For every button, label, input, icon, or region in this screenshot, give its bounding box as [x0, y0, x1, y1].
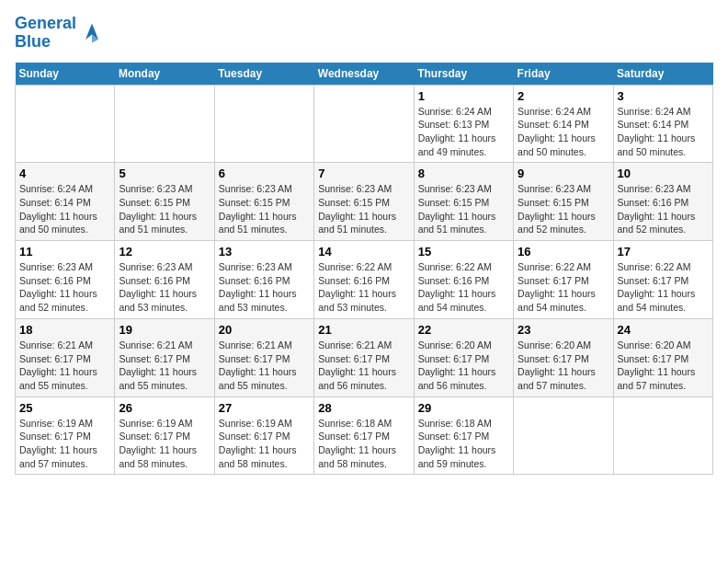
day-info: Sunrise: 6:20 AMSunset: 6:17 PMDaylight:… — [418, 339, 509, 393]
day-info: Sunrise: 6:20 AMSunset: 6:17 PMDaylight:… — [618, 339, 709, 393]
day-info: Sunrise: 6:23 AMSunset: 6:15 PMDaylight:… — [518, 182, 609, 236]
column-header-wednesday: Wednesday — [314, 63, 414, 86]
calendar-cell: 17Sunrise: 6:22 AMSunset: 6:17 PMDayligh… — [613, 241, 712, 319]
calendar-cell: 4Sunrise: 6:24 AMSunset: 6:14 PMDaylight… — [16, 163, 115, 241]
day-number: 13 — [219, 245, 310, 259]
day-number: 8 — [418, 167, 509, 180]
day-info: Sunrise: 6:19 AMSunset: 6:17 PMDaylight:… — [19, 417, 110, 471]
day-number: 23 — [518, 323, 609, 337]
logo-text: GeneralBlue — [15, 15, 76, 52]
calendar-cell: 10Sunrise: 6:23 AMSunset: 6:16 PMDayligh… — [613, 163, 712, 241]
day-number: 27 — [219, 401, 310, 415]
day-number: 26 — [119, 401, 210, 415]
day-number: 24 — [618, 323, 709, 337]
calendar-cell — [16, 85, 115, 163]
calendar-cell: 21Sunrise: 6:21 AMSunset: 6:17 PMDayligh… — [314, 318, 414, 396]
calendar-cell: 15Sunrise: 6:22 AMSunset: 6:16 PMDayligh… — [414, 241, 513, 319]
day-info: Sunrise: 6:23 AMSunset: 6:15 PMDaylight:… — [219, 182, 310, 236]
day-number: 10 — [618, 167, 709, 180]
calendar-cell: 27Sunrise: 6:19 AMSunset: 6:17 PMDayligh… — [214, 396, 313, 475]
day-number: 2 — [518, 89, 609, 103]
calendar-cell: 14Sunrise: 6:22 AMSunset: 6:16 PMDayligh… — [314, 241, 414, 319]
day-number: 21 — [318, 323, 409, 337]
calendar-week-4: 18Sunrise: 6:21 AMSunset: 6:17 PMDayligh… — [16, 318, 713, 396]
calendar-cell: 13Sunrise: 6:23 AMSunset: 6:16 PMDayligh… — [214, 241, 313, 319]
day-number: 18 — [19, 323, 110, 337]
day-info: Sunrise: 6:19 AMSunset: 6:17 PMDaylight:… — [119, 417, 210, 471]
day-info: Sunrise: 6:24 AMSunset: 6:14 PMDaylight:… — [518, 105, 609, 159]
day-info: Sunrise: 6:24 AMSunset: 6:14 PMDaylight:… — [618, 105, 709, 159]
day-info: Sunrise: 6:23 AMSunset: 6:15 PMDaylight:… — [418, 182, 509, 236]
calendar-cell: 1Sunrise: 6:24 AMSunset: 6:13 PMDaylight… — [414, 85, 513, 163]
day-number: 6 — [219, 167, 310, 180]
day-info: Sunrise: 6:19 AMSunset: 6:17 PMDaylight:… — [219, 417, 310, 471]
calendar-cell: 9Sunrise: 6:23 AMSunset: 6:15 PMDaylight… — [514, 163, 613, 241]
column-header-sunday: Sunday — [16, 63, 115, 86]
calendar-cell: 6Sunrise: 6:23 AMSunset: 6:15 PMDaylight… — [214, 163, 313, 241]
day-number: 16 — [518, 245, 609, 259]
day-info: Sunrise: 6:23 AMSunset: 6:16 PMDaylight:… — [219, 260, 310, 315]
calendar-cell: 28Sunrise: 6:18 AMSunset: 6:17 PMDayligh… — [314, 396, 414, 475]
day-info: Sunrise: 6:23 AMSunset: 6:15 PMDaylight:… — [119, 182, 210, 236]
calendar-cell — [115, 85, 214, 163]
column-header-tuesday: Tuesday — [214, 63, 313, 86]
day-info: Sunrise: 6:23 AMSunset: 6:16 PMDaylight:… — [618, 182, 709, 236]
calendar-cell — [314, 85, 414, 163]
day-number: 17 — [618, 245, 709, 259]
column-header-thursday: Thursday — [414, 63, 513, 86]
day-info: Sunrise: 6:18 AMSunset: 6:17 PMDaylight:… — [318, 417, 409, 471]
calendar-cell: 26Sunrise: 6:19 AMSunset: 6:17 PMDayligh… — [115, 396, 214, 475]
calendar-cell — [613, 396, 712, 475]
day-info: Sunrise: 6:23 AMSunset: 6:16 PMDaylight:… — [19, 260, 110, 315]
day-info: Sunrise: 6:24 AMSunset: 6:13 PMDaylight:… — [418, 105, 509, 159]
day-info: Sunrise: 6:21 AMSunset: 6:17 PMDaylight:… — [219, 339, 310, 393]
calendar-week-3: 11Sunrise: 6:23 AMSunset: 6:16 PMDayligh… — [16, 241, 713, 319]
calendar-cell: 19Sunrise: 6:21 AMSunset: 6:17 PMDayligh… — [115, 318, 214, 396]
day-number: 4 — [19, 167, 110, 180]
page-header: GeneralBlue — [15, 15, 713, 52]
day-info: Sunrise: 6:23 AMSunset: 6:15 PMDaylight:… — [318, 182, 409, 236]
calendar-cell — [514, 396, 613, 475]
day-number: 7 — [318, 167, 409, 180]
day-info: Sunrise: 6:23 AMSunset: 6:16 PMDaylight:… — [119, 260, 210, 315]
day-info: Sunrise: 6:18 AMSunset: 6:17 PMDaylight:… — [418, 417, 509, 471]
day-info: Sunrise: 6:22 AMSunset: 6:17 PMDaylight:… — [518, 260, 609, 315]
calendar-cell: 16Sunrise: 6:22 AMSunset: 6:17 PMDayligh… — [514, 241, 613, 319]
calendar-cell: 20Sunrise: 6:21 AMSunset: 6:17 PMDayligh… — [214, 318, 313, 396]
calendar-cell: 25Sunrise: 6:19 AMSunset: 6:17 PMDayligh… — [16, 396, 115, 475]
day-info: Sunrise: 6:22 AMSunset: 6:17 PMDaylight:… — [618, 260, 709, 315]
day-number: 1 — [418, 89, 509, 103]
day-info: Sunrise: 6:21 AMSunset: 6:17 PMDaylight:… — [19, 339, 110, 393]
day-number: 15 — [418, 245, 509, 259]
calendar-cell: 23Sunrise: 6:20 AMSunset: 6:17 PMDayligh… — [514, 318, 613, 396]
calendar-cell: 8Sunrise: 6:23 AMSunset: 6:15 PMDaylight… — [414, 163, 513, 241]
calendar-table: SundayMondayTuesdayWednesdayThursdayFrid… — [15, 63, 713, 476]
column-header-saturday: Saturday — [613, 63, 712, 86]
day-number: 11 — [19, 245, 110, 259]
calendar-week-2: 4Sunrise: 6:24 AMSunset: 6:14 PMDaylight… — [16, 163, 713, 241]
day-info: Sunrise: 6:20 AMSunset: 6:17 PMDaylight:… — [518, 339, 609, 393]
calendar-cell: 12Sunrise: 6:23 AMSunset: 6:16 PMDayligh… — [115, 241, 214, 319]
day-number: 29 — [418, 401, 509, 415]
day-number: 9 — [518, 167, 609, 180]
day-info: Sunrise: 6:22 AMSunset: 6:16 PMDaylight:… — [418, 260, 509, 315]
day-number: 3 — [618, 89, 709, 103]
day-number: 20 — [219, 323, 310, 337]
day-number: 5 — [119, 167, 210, 180]
calendar-cell: 18Sunrise: 6:21 AMSunset: 6:17 PMDayligh… — [16, 318, 115, 396]
day-number: 12 — [119, 245, 210, 259]
column-header-monday: Monday — [115, 63, 214, 86]
day-info: Sunrise: 6:24 AMSunset: 6:14 PMDaylight:… — [19, 182, 110, 236]
logo: GeneralBlue — [15, 15, 105, 52]
column-header-friday: Friday — [514, 63, 613, 86]
day-info: Sunrise: 6:22 AMSunset: 6:16 PMDaylight:… — [318, 260, 409, 315]
calendar-cell: 2Sunrise: 6:24 AMSunset: 6:14 PMDaylight… — [514, 85, 613, 163]
day-info: Sunrise: 6:21 AMSunset: 6:17 PMDaylight:… — [119, 339, 210, 393]
day-info: Sunrise: 6:21 AMSunset: 6:17 PMDaylight:… — [318, 339, 409, 393]
calendar-cell: 29Sunrise: 6:18 AMSunset: 6:17 PMDayligh… — [414, 396, 513, 475]
calendar-cell: 3Sunrise: 6:24 AMSunset: 6:14 PMDaylight… — [613, 85, 712, 163]
day-number: 22 — [418, 323, 509, 337]
day-number: 14 — [318, 245, 409, 259]
calendar-cell — [214, 85, 313, 163]
day-number: 28 — [318, 401, 409, 415]
